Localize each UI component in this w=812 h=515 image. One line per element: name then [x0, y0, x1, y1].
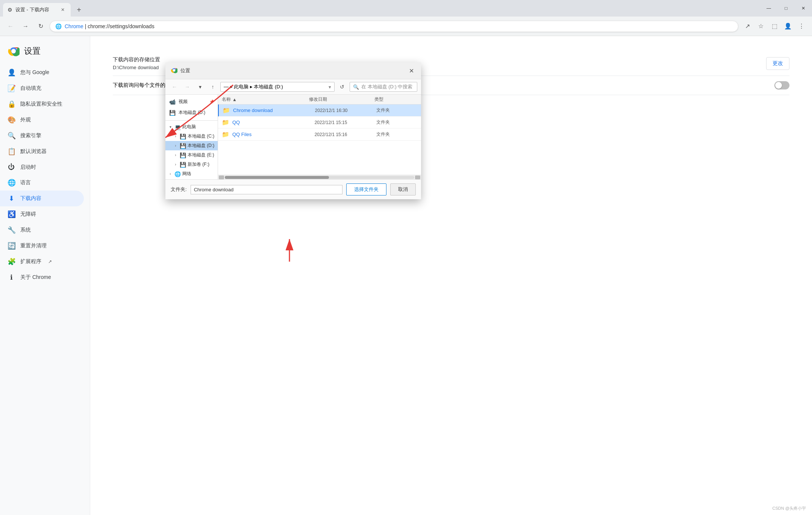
back-button[interactable]: ←: [5, 20, 17, 32]
local-disk-d-quick[interactable]: 💾 本地磁盘 (D:): [165, 107, 218, 118]
sidebar-label-downloads: 下载内容: [20, 195, 41, 202]
column-name[interactable]: 名称 ▲: [222, 96, 308, 103]
sidebar-label-accessibility: 无障碍: [20, 211, 36, 218]
sidebar-item-google[interactable]: 👤 您与 Google: [0, 65, 84, 80]
dialog-close-button[interactable]: ✕: [407, 66, 416, 75]
sidebar-item-accessibility[interactable]: ♿ 无障碍: [0, 206, 84, 222]
sidebar-item-startup[interactable]: ⏻ 启动时: [0, 159, 84, 175]
search-icon: 🔍: [353, 84, 359, 90]
tree-item-c[interactable]: › 💾 本地磁盘 (C:): [165, 132, 218, 141]
expand-network-icon[interactable]: ›: [168, 171, 173, 177]
chrome-logo-icon: [8, 45, 20, 57]
column-date-label: 修改日期: [309, 97, 327, 102]
sidebar-item-system[interactable]: 🔧 系统: [0, 222, 84, 238]
window-close-button[interactable]: ✕: [795, 0, 812, 17]
window-maximize-button[interactable]: □: [777, 0, 795, 17]
tree-item-f[interactable]: › 💾 新加卷 (F:): [165, 160, 218, 169]
expand-f-icon[interactable]: ›: [173, 162, 178, 167]
bookmark-icon[interactable]: ☆: [755, 20, 767, 32]
horizontal-scrollbar[interactable]: [218, 175, 421, 179]
sidebar-item-appearance[interactable]: 🎨 外观: [0, 112, 84, 128]
sidebar-logo: 设置: [0, 42, 90, 65]
folder-icon-qqfiles: 📁: [222, 131, 229, 138]
sidebar-item-about[interactable]: ℹ 关于 Chrome: [0, 270, 84, 285]
share-icon[interactable]: ↗: [741, 20, 753, 32]
menu-icon[interactable]: ⋮: [795, 20, 807, 32]
extensions-icon[interactable]: ⬚: [768, 20, 780, 32]
sidebar-label-startup: 启动时: [20, 164, 36, 171]
expand-c-icon[interactable]: ›: [173, 134, 178, 139]
sidebar-item-search[interactable]: 🔍 搜索引擎: [0, 128, 84, 144]
new-tab-button[interactable]: +: [72, 3, 86, 17]
file-rows: 📁 Chrome download 2022/12/1 16:30 文件夹 📁 …: [218, 105, 421, 175]
sidebar-label-about: 关于 Chrome: [20, 274, 51, 281]
quick-access-video[interactable]: 📹 视频 📌: [165, 96, 218, 107]
profile-icon[interactable]: 👤: [782, 20, 794, 32]
video-icon: 📹: [169, 99, 176, 105]
e-label: 本地磁盘 (E:): [188, 152, 214, 158]
change-location-button[interactable]: 更改: [766, 57, 789, 70]
sidebar-item-privacy[interactable]: 🔒 隐私设置和安全性: [0, 96, 84, 112]
file-row-qqfiles[interactable]: 📁 QQ Files 2022/12/1 15:16 文件夹: [218, 129, 421, 141]
sidebar-item-reset[interactable]: 🔄 重置并清理: [0, 238, 84, 254]
sidebar-item-downloads[interactable]: ⬇ 下载内容: [0, 191, 84, 206]
sidebar-item-defaultbrowser[interactable]: 📋 默认浏览器: [0, 144, 84, 159]
dialog-search-box[interactable]: 🔍 在 本地磁盘 (D:) 中搜索: [350, 82, 417, 92]
tab-favicon: ⚙: [8, 7, 12, 13]
tree-item-network[interactable]: › 🌐 网络: [165, 169, 218, 179]
sidebar-label-appearance: 外观: [20, 117, 31, 123]
dialog-refresh-button[interactable]: ↺: [337, 82, 347, 92]
secure-icon: 🌐: [55, 23, 62, 29]
settings-page: 下载内容的存储位置 D:\Chrome download 更改 下载前询问每个文…: [90, 36, 812, 515]
expand-e-icon[interactable]: ›: [173, 153, 178, 158]
file-row-chrome-download[interactable]: 📁 Chrome download 2022/12/1 16:30 文件夹: [218, 105, 421, 117]
tree-item-e[interactable]: › 💾 本地磁盘 (E:): [165, 150, 218, 160]
edit-icon: 📝: [8, 84, 15, 92]
address-bar: ← → ↻ 🌐 Chrome | chrome://settings/downl…: [0, 17, 812, 36]
scroll-right-arrow[interactable]: [415, 176, 420, 179]
info-icon: ℹ: [8, 273, 15, 282]
dialog-dropdown-button[interactable]: ▾: [195, 82, 205, 92]
c-drive-icon: 💾: [180, 133, 186, 139]
tab-close-button[interactable]: ✕: [59, 6, 66, 13]
dialog-forward-button[interactable]: →: [182, 82, 192, 92]
window-controls: — □ ✕: [760, 0, 812, 17]
search-placeholder: 在 本地磁盘 (D:) 中搜索: [361, 83, 413, 90]
sidebar-item-autofill[interactable]: 📝 自动填充: [0, 80, 84, 96]
e-drive-icon: 💾: [180, 152, 186, 158]
ask-before-download-toggle[interactable]: [774, 81, 789, 89]
sidebar-item-language[interactable]: 🌐 语言: [0, 175, 84, 191]
column-name-label: 名称: [222, 96, 231, 103]
sidebar-label-reset: 重置并清理: [20, 242, 47, 249]
network-icon: 🌐: [174, 171, 181, 177]
dialog-up-button[interactable]: ↑: [208, 82, 218, 92]
folder-label: 文件夹:: [171, 186, 187, 193]
cancel-button[interactable]: 取消: [390, 183, 416, 195]
file-row-qq[interactable]: 📁 QQ 2022/12/1 15:15 文件夹: [218, 117, 421, 129]
external-link-icon: ↗: [48, 259, 52, 264]
tree-item-d[interactable]: › 💾 本地磁盘 (D:): [165, 141, 218, 150]
select-folder-button[interactable]: 选择文件夹: [346, 183, 386, 195]
address-input[interactable]: 🌐 Chrome | chrome://settings/downloads: [50, 21, 738, 32]
column-date[interactable]: 修改日期: [309, 96, 373, 103]
active-tab[interactable]: ⚙ 设置 - 下载内容 ✕: [3, 3, 71, 17]
scroll-thumb[interactable]: [225, 176, 329, 179]
sidebar-label-system: 系统: [20, 227, 31, 233]
file-name-qqfiles: QQ Files: [232, 132, 315, 137]
forward-button[interactable]: →: [20, 20, 32, 32]
file-list-area: 名称 ▲ 修改日期 类型: [218, 95, 421, 179]
expand-pc-icon[interactable]: ▾: [168, 124, 173, 130]
dialog-back-button[interactable]: ←: [169, 82, 180, 92]
sidebar-item-extensions[interactable]: 🧩 扩展程序 ↗: [0, 254, 84, 270]
tree-item-pc[interactable]: ▾ 💻 此电脑: [165, 122, 218, 132]
column-type[interactable]: 类型: [374, 96, 417, 103]
reload-button[interactable]: ↻: [35, 20, 47, 32]
window-minimize-button[interactable]: —: [760, 0, 777, 17]
scroll-left-arrow[interactable]: [219, 176, 224, 179]
file-date-chrome: 2022/12/1 16:30: [315, 108, 376, 113]
expand-d-icon[interactable]: ›: [173, 143, 178, 148]
video-label: 视频: [179, 98, 188, 105]
folder-name-input[interactable]: [191, 185, 342, 194]
file-date-qqfiles: 2022/12/1 15:16: [315, 132, 376, 137]
pc-label: 此电脑: [182, 124, 196, 130]
